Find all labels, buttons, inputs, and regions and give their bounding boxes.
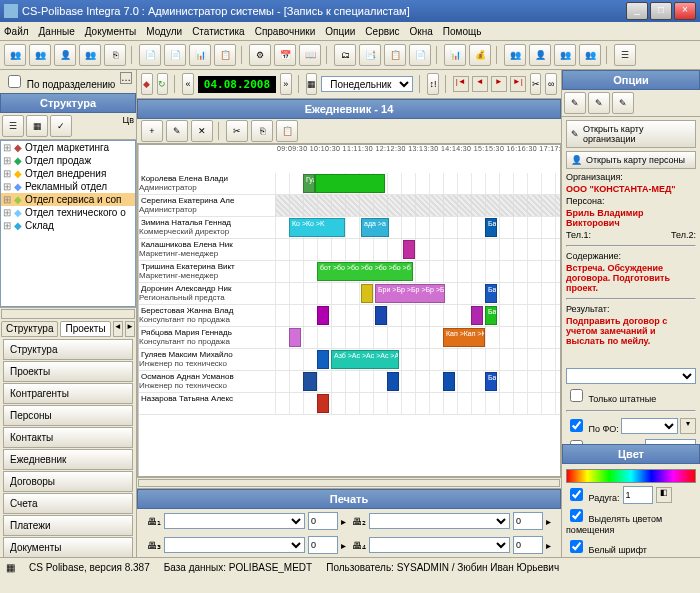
schedule-grid[interactable]: ◉ По специалистам ○ По помещениям 09:09:… — [137, 144, 561, 477]
schedule-row[interactable]: Зимина Наталья ГеннадКоммерческий директ… — [139, 217, 560, 239]
appointment-block[interactable] — [315, 174, 385, 193]
tree-item[interactable]: ⊞◆Отдел маркетинга — [1, 141, 135, 154]
tree-item[interactable]: ⊞◆Отдел сервиса и соп — [1, 193, 135, 206]
tab-structure[interactable]: Структура — [1, 321, 58, 337]
next-icon[interactable]: » — [280, 73, 292, 95]
schedule-row[interactable]: Назарова Татьяна Алекс — [139, 393, 560, 415]
copy-icon[interactable]: ⎘ — [251, 120, 273, 142]
tab-projects[interactable]: Проекты — [60, 321, 110, 337]
tree-item[interactable]: ⊞◆Склад — [1, 219, 135, 232]
nav-Проекты[interactable]: Проекты — [3, 361, 133, 382]
tree-hscroll[interactable] — [1, 309, 135, 319]
by-cabinet-checkbox[interactable]: По кабинету: — [566, 437, 643, 444]
menu-Помощь[interactable]: Помощь — [443, 26, 482, 37]
appointment-block[interactable] — [317, 394, 329, 413]
toolbar-icon[interactable]: 📋 — [384, 44, 406, 66]
book-icon[interactable]: ◆ — [141, 73, 153, 95]
tree-item[interactable]: ⊞◆Рекламный отдел — [1, 180, 135, 193]
toolbar-icon[interactable]: 👥 — [504, 44, 526, 66]
appointment-block[interactable]: Гул — [303, 174, 315, 193]
menu-Данные[interactable]: Данные — [39, 26, 75, 37]
printer1-select[interactable] — [164, 513, 305, 529]
menu-Окна[interactable]: Окна — [410, 26, 433, 37]
appointment-block[interactable]: Баз — [485, 372, 497, 391]
schedule-row[interactable]: Серегина Екатерина АлеАдминистратор — [139, 195, 560, 217]
appointment-block[interactable] — [361, 284, 373, 303]
nav-next-icon[interactable]: ► — [491, 76, 507, 92]
appointment-block[interactable]: Баз — [485, 284, 497, 303]
printer2-select[interactable] — [369, 513, 510, 529]
nav-Платежи[interactable]: Платежи — [3, 515, 133, 536]
schedule-row[interactable]: Гуляев Максим МихайлоИнженер по техничес… — [139, 349, 560, 371]
nav-Документы[interactable]: Документы — [3, 537, 133, 557]
goto-icon[interactable]: ↕! — [427, 73, 439, 95]
toolbar-icon[interactable]: 👤 — [54, 44, 76, 66]
date-display[interactable]: 04.08.2008 — [198, 76, 276, 93]
nav-Ежедневник[interactable]: Ежедневник — [3, 449, 133, 470]
cut-icon[interactable]: ✂ — [530, 73, 542, 95]
schedule-row[interactable]: Османов Аднан УсмановИнженер по техничес… — [139, 371, 560, 393]
nav-first-icon[interactable]: |◄ — [453, 76, 469, 92]
toolbar-icon[interactable]: 📊 — [444, 44, 466, 66]
toolbar-icon[interactable]: 📑 — [359, 44, 381, 66]
schedule-row[interactable]: Тришина Екатерина ВиктМаркетинг-менеджер… — [139, 261, 560, 283]
appointment-block[interactable] — [303, 372, 317, 391]
link-icon[interactable]: ∞ — [545, 73, 557, 95]
weekday-select[interactable]: Понедельник — [321, 76, 413, 92]
appointment-block[interactable]: бот >бо >бо >бо >бо >бо >б — [317, 262, 413, 281]
toolbar-icon[interactable]: 💰 — [469, 44, 491, 66]
maximize-button[interactable]: □ — [650, 2, 672, 20]
printer3-select[interactable] — [164, 537, 305, 553]
tree-item[interactable]: ⊞◆Отдел внедрения — [1, 167, 135, 180]
opt-icon[interactable]: ✎ — [588, 92, 610, 114]
tree-tool-icon[interactable]: ✓ — [50, 115, 72, 137]
toolbar-icon[interactable]: 📊 — [189, 44, 211, 66]
toolbar-icon[interactable]: 📖 — [299, 44, 321, 66]
edit-icon[interactable]: ✎ — [166, 120, 188, 142]
copies3-spin[interactable] — [308, 536, 338, 554]
menu-Опции[interactable]: Опции — [325, 26, 355, 37]
appointment-block[interactable] — [387, 372, 399, 391]
open-person-card-button[interactable]: 👤Открыть карту персоны — [566, 151, 696, 169]
schedule-row[interactable]: Доронин Александр НикРегиональный предст… — [139, 283, 560, 305]
filter-select[interactable] — [566, 368, 696, 384]
menu-Модули[interactable]: Модули — [146, 26, 182, 37]
toolbar-icon[interactable]: 📄 — [139, 44, 161, 66]
org-tree[interactable]: ⊞◆Отдел маркетинга⊞◆Отдел продаж⊞◆Отдел … — [0, 140, 136, 307]
appointment-block[interactable] — [375, 306, 387, 325]
tree-tool-icon[interactable]: ☰ — [2, 115, 24, 137]
calendar-icon[interactable]: ▦ — [306, 73, 318, 95]
scissors-icon[interactable]: ✂ — [226, 120, 248, 142]
nav-Структура[interactable]: Структура — [3, 339, 133, 360]
open-org-card-button[interactable]: ✎Открыть карту организации — [566, 120, 696, 148]
appointment-block[interactable] — [443, 372, 455, 391]
nav-Контакты[interactable]: Контакты — [3, 427, 133, 448]
menu-Файл[interactable]: Файл — [4, 26, 29, 37]
copies2-spin[interactable] — [513, 512, 543, 530]
menu-Статистика[interactable]: Статистика — [192, 26, 245, 37]
tab-scroll-left[interactable]: ◄ — [113, 321, 123, 337]
tree-item[interactable]: ⊞◆Отдел продаж — [1, 154, 135, 167]
menu-Документы[interactable]: Документы — [85, 26, 137, 37]
toolbar-icon[interactable]: 👥 — [79, 44, 101, 66]
appointment-block[interactable]: Азб >Ас >Ас >Ас >А — [331, 350, 399, 369]
rainbow-checkbox[interactable]: Радуга: — [566, 485, 620, 504]
appointment-block[interactable]: ада >а — [361, 218, 389, 237]
edit-icon[interactable]: + — [141, 120, 163, 142]
nav-prev-icon[interactable]: ◄ — [472, 76, 488, 92]
appointment-block[interactable]: Баз — [485, 218, 497, 237]
appointment-block[interactable] — [403, 240, 415, 259]
nav-Контрагенты[interactable]: Контрагенты — [3, 383, 133, 404]
close-button[interactable]: × — [674, 2, 696, 20]
toolbar-icon[interactable]: 🗂 — [334, 44, 356, 66]
appointment-block[interactable]: Ко >Ко >K — [289, 218, 345, 237]
schedule-row[interactable]: Берестовая Жанна ВладКонсультант по прод… — [139, 305, 560, 327]
toolbar-icon[interactable]: 👤 — [529, 44, 551, 66]
tree-item[interactable]: ⊞◆Отдел технического о — [1, 206, 135, 219]
rainbow-spin[interactable] — [623, 486, 653, 504]
copies4-spin[interactable] — [513, 536, 543, 554]
nav-last-icon[interactable]: ►| — [510, 76, 526, 92]
nav-Персоны[interactable]: Персоны — [3, 405, 133, 426]
opt-icon[interactable]: ✎ — [564, 92, 586, 114]
opt-icon[interactable]: ✎ — [612, 92, 634, 114]
